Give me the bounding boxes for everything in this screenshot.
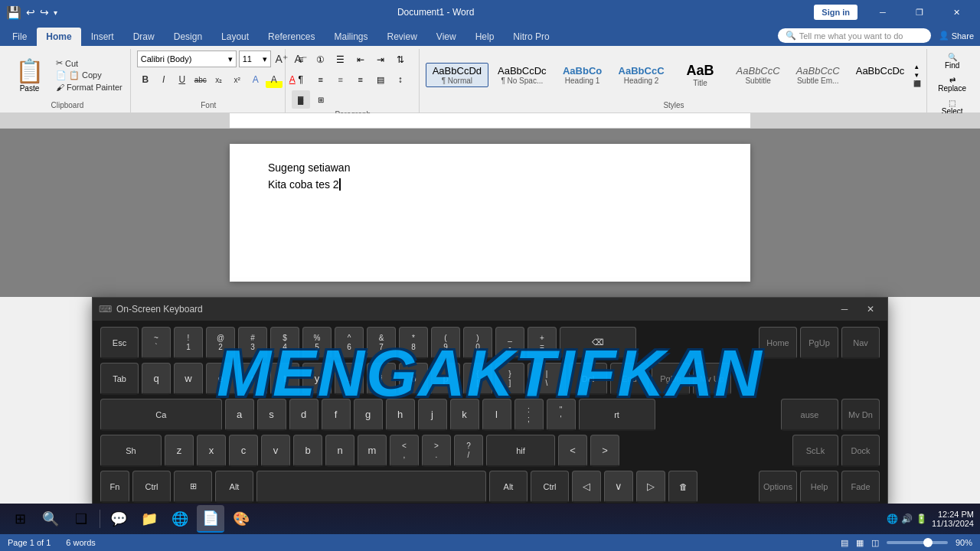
text-effects-button[interactable]: A xyxy=(247,71,264,88)
key-shift-left[interactable]: Sh xyxy=(100,435,162,467)
key-help[interactable]: Help xyxy=(800,471,838,503)
zoom-slider[interactable] xyxy=(887,541,948,544)
search-bar[interactable]: 🔍 Tell me what you want to do xyxy=(778,28,931,43)
key-minus[interactable]: _- xyxy=(495,327,524,359)
key-slash[interactable]: ?/ xyxy=(454,435,483,467)
key-x[interactable]: x xyxy=(197,435,226,467)
key-backspace[interactable]: ⌫ xyxy=(560,327,636,359)
close-button[interactable]: ✕ xyxy=(939,0,974,24)
key-win[interactable]: ⊞ xyxy=(174,471,212,503)
sort-button[interactable]: ⇅ xyxy=(391,51,410,69)
doc-line2[interactable]: Kita coba tes 2 xyxy=(268,178,341,191)
borders-button[interactable]: ⊞ xyxy=(312,90,330,109)
text-highlight-button[interactable]: A xyxy=(266,71,283,88)
word-button[interactable]: 📄 xyxy=(197,505,224,533)
tab-references[interactable]: References xyxy=(259,28,324,46)
share-button[interactable]: 👤 Share xyxy=(939,31,974,41)
tab-file[interactable]: File xyxy=(3,28,36,46)
key-alt-left[interactable]: Alt xyxy=(215,471,253,503)
align-center-button[interactable]: ≡ xyxy=(332,70,350,89)
key-backslash[interactable]: |\ xyxy=(528,363,566,395)
tab-review[interactable]: Review xyxy=(378,28,426,46)
cut-button[interactable]: ✂ Cut xyxy=(53,57,126,69)
key-r[interactable]: r xyxy=(238,363,267,395)
explorer-button[interactable]: 📁 xyxy=(136,505,163,533)
key-f[interactable]: f xyxy=(322,399,351,431)
key-nav[interactable]: Nav xyxy=(841,327,880,359)
key-shift-right[interactable]: hif xyxy=(486,435,555,467)
tab-design[interactable]: Design xyxy=(165,28,211,46)
styles-expand[interactable]: ⬛ xyxy=(913,80,922,88)
search-button[interactable]: 🔍 xyxy=(37,505,64,533)
tab-view[interactable]: View xyxy=(427,28,466,46)
increase-indent-button[interactable]: ⇥ xyxy=(371,51,390,69)
key-tilde[interactable]: ~` xyxy=(142,327,171,359)
style-no-spacing[interactable]: AaBbCcDc ¶ No Spac... xyxy=(491,63,554,87)
bullets-button[interactable]: ≡ xyxy=(292,51,310,69)
key-0[interactable]: )0 xyxy=(463,327,492,359)
numbering-button[interactable]: ① xyxy=(312,51,330,69)
font-family-selector[interactable]: Calibri (Body) ▾ xyxy=(137,51,237,67)
document-area[interactable]: Sugeng setiawan Kita coba tes 2 xyxy=(0,129,980,297)
replace-button[interactable]: ⇄ Replace xyxy=(933,73,971,95)
key-mv-up[interactable]: Mv Up xyxy=(693,363,731,395)
key-4[interactable]: $4 xyxy=(270,327,299,359)
multilevel-button[interactable]: ☰ xyxy=(332,51,350,69)
tab-layout[interactable]: Layout xyxy=(212,28,258,46)
show-formatting-button[interactable]: ¶ xyxy=(292,70,310,89)
key-alt-right[interactable]: Alt xyxy=(489,471,528,503)
key-fade[interactable]: Fade xyxy=(841,471,880,503)
key-pgup[interactable]: PgUp xyxy=(800,327,838,359)
style-title[interactable]: AaB Title xyxy=(674,60,727,90)
tab-mailings[interactable]: Mailings xyxy=(325,28,377,46)
key-comma[interactable]: <, xyxy=(390,435,419,467)
justify-button[interactable]: ▤ xyxy=(371,70,390,89)
undo-icon[interactable]: ↩ xyxy=(26,6,35,18)
key-dock[interactable]: Dock xyxy=(841,435,880,467)
subscript-button[interactable]: x₂ xyxy=(211,71,227,88)
key-arrow-right2[interactable]: ▷ xyxy=(636,471,665,503)
key-z[interactable]: z xyxy=(165,435,194,467)
view-web-button[interactable]: ◫ xyxy=(871,538,879,548)
key-esc[interactable]: Esc xyxy=(100,327,139,359)
style-extra[interactable]: AaBbCcDc xyxy=(849,63,912,87)
tab-draw[interactable]: Draw xyxy=(124,28,164,46)
key-d[interactable]: d xyxy=(289,399,318,431)
key-bracket-close[interactable]: }] xyxy=(495,363,524,395)
key-j[interactable]: j xyxy=(418,399,447,431)
minimize-button[interactable]: ─ xyxy=(865,0,900,24)
key-9[interactable]: (9 xyxy=(431,327,460,359)
task-view-button[interactable]: ❑ xyxy=(67,505,95,533)
line-spacing-button[interactable]: ↕ xyxy=(391,70,410,89)
view-normal-button[interactable]: ▤ xyxy=(841,538,848,548)
bold-button[interactable]: B xyxy=(137,71,154,88)
key-g[interactable]: g xyxy=(354,399,383,431)
whatsapp-button[interactable]: 💬 xyxy=(105,505,132,533)
key-5[interactable]: %5 xyxy=(302,327,332,359)
key-options[interactable]: Options xyxy=(759,471,797,503)
key-pause[interactable]: ause xyxy=(781,399,838,431)
key-ctrl-right[interactable]: Ctrl xyxy=(531,471,569,503)
key-w[interactable]: w xyxy=(174,363,203,395)
save-icon[interactable]: 💾 xyxy=(6,5,21,20)
key-quote[interactable]: "' xyxy=(547,399,576,431)
style-subtitle[interactable]: AaBbCcC Subtitle xyxy=(730,63,787,87)
key-space[interactable] xyxy=(256,471,486,503)
volume-icon[interactable]: 🔊 xyxy=(901,514,913,524)
key-a[interactable]: a xyxy=(225,399,254,431)
styles-scroll-up[interactable]: ▲ xyxy=(913,63,922,71)
style-heading1[interactable]: AaBbCo Heading 1 xyxy=(556,63,609,87)
key-period[interactable]: >. xyxy=(422,435,451,467)
style-normal[interactable]: AaBbCcDd ¶ Normal xyxy=(426,63,488,87)
key-pgdn[interactable]: PgDn xyxy=(652,363,690,395)
key-3[interactable]: #3 xyxy=(238,327,267,359)
key-arrow-left2[interactable]: ◁ xyxy=(572,471,601,503)
signin-button[interactable]: Sign in xyxy=(814,5,858,20)
tab-nitro[interactable]: Nitro Pro xyxy=(504,28,558,46)
tab-help[interactable]: Help xyxy=(466,28,504,46)
key-arrow-left[interactable]: < xyxy=(558,435,587,467)
find-button[interactable]: 🔍 Find xyxy=(940,51,964,72)
key-caps[interactable]: Ca xyxy=(100,399,222,431)
key-s[interactable]: s xyxy=(257,399,286,431)
key-enter[interactable]: rt xyxy=(579,399,655,431)
